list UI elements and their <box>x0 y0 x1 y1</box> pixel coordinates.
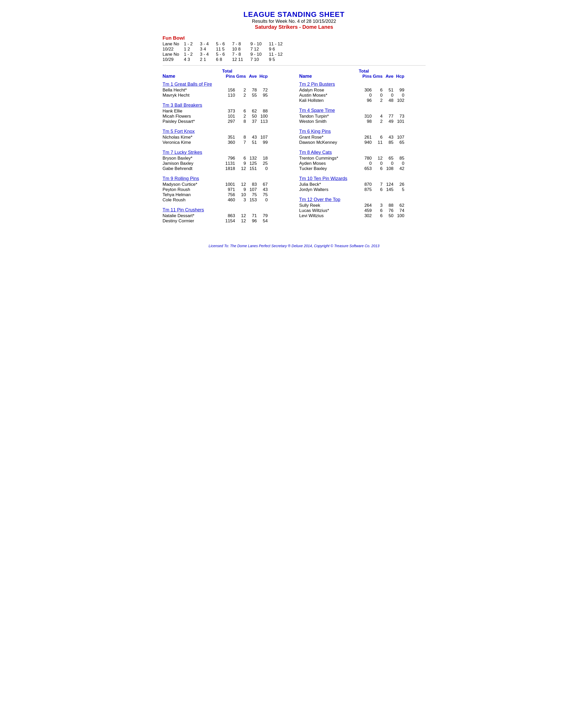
stat-value: 971 <box>222 187 235 192</box>
player-name: Lucas Wiltzius* <box>299 208 356 213</box>
stat-value: 79 <box>257 213 268 219</box>
gms-header-l: Gms <box>235 74 246 79</box>
player-row: Tucker Baxley653610842 <box>299 166 425 171</box>
stat-value: 99 <box>394 88 404 93</box>
player-row: Julia Beck*870712426 <box>299 182 425 187</box>
stat-value: 460 <box>222 198 235 203</box>
team-block-3: Tm 8 Alley CatsTrenton Cummings*78012658… <box>299 150 425 171</box>
stat-value: 62 <box>394 203 404 208</box>
player-stats: 87561455 <box>359 187 404 192</box>
stat-value: 85 <box>394 156 404 161</box>
player-name: Adalyn Rose <box>299 88 356 93</box>
stat-value: 26 <box>394 182 404 187</box>
lane-cell-r3-c2: 6 8 <box>216 57 232 62</box>
player-name: Nicholas Kime* <box>163 135 220 140</box>
player-row: Micah Flowers101250100 <box>163 114 289 119</box>
stat-value: 1818 <box>222 166 235 171</box>
stat-value: 6 <box>235 108 246 114</box>
stat-value: 48 <box>383 98 394 103</box>
stat-value: 124 <box>383 182 394 187</box>
stat-value: 3 <box>372 203 383 208</box>
stat-value: 51 <box>246 140 257 145</box>
team-block-1: Tm 3 Ball BreakersHank Ellie37366288Mica… <box>163 103 289 124</box>
stat-value: 0 <box>359 93 372 98</box>
team-name-3: Tm 8 Alley Cats <box>299 150 425 155</box>
right-stats-header: Pins Gms Ave Hcp <box>359 74 404 79</box>
player-stats: 1001128367 <box>222 182 268 187</box>
stat-value: 310 <box>359 114 372 119</box>
stat-value: 360 <box>222 140 235 145</box>
player-stats: 1131912525 <box>222 161 268 166</box>
player-stats: 31047773 <box>359 114 404 119</box>
player-stats: 297837113 <box>222 119 268 124</box>
lane-cell-r3-c3: 12 11 <box>232 57 251 62</box>
stat-value: 6 <box>372 88 383 93</box>
stat-value: 110 <box>222 93 235 98</box>
player-stats: 96248102 <box>359 98 404 103</box>
lane-cell-r1-c5: 9 6 <box>269 47 290 52</box>
stat-value: 373 <box>222 108 235 114</box>
player-row: Dawson McKenney940118565 <box>299 140 425 145</box>
lane-cell-r3-c5: 9 5 <box>269 57 290 62</box>
stat-value: 51 <box>383 88 394 93</box>
lane-cell-r0-c2: 5 - 6 <box>216 41 232 47</box>
league-name: Saturday Strikers - Dome Lanes <box>163 24 425 30</box>
player-name: Grant Rose* <box>299 135 356 140</box>
stat-value: 4 <box>372 114 383 119</box>
left-stats-header: Pins Gms Ave Hcp <box>222 74 268 79</box>
stat-value: 351 <box>222 135 235 140</box>
stat-value: 10 <box>235 192 246 198</box>
stat-value: 107 <box>257 135 268 140</box>
player-stats: 46031530 <box>222 198 268 203</box>
stat-value: 653 <box>359 166 372 171</box>
gms-header-r: Gms <box>372 74 383 79</box>
stat-value: 0 <box>257 166 268 171</box>
player-row: Trenton Cummings*780126585 <box>299 156 425 161</box>
team-block-0: Tm 2 Pin BustersAdalyn Rose30665199Austi… <box>299 82 425 103</box>
right-name-header: Name <box>299 74 356 79</box>
player-name: Sully Reek <box>299 203 356 208</box>
footer-text: Licensed To: The Dome Lanes Perfect Secr… <box>209 244 379 248</box>
player-row: Cole Roush46031530 <box>163 198 289 203</box>
team-name-5: Tm 12 Over the Top <box>299 197 425 202</box>
team-name-0: Tm 2 Pin Busters <box>299 82 425 87</box>
stat-value: 88 <box>383 203 394 208</box>
left-total-label: Total <box>222 69 268 74</box>
stat-value: 43 <box>246 135 257 140</box>
stat-value: 101 <box>222 114 235 119</box>
player-name: Cole Roush <box>163 198 220 203</box>
lane-cell-r0-c1: 3 - 4 <box>200 41 216 47</box>
team-name-5: Tm 11 Pin Crushers <box>163 207 289 213</box>
lane-cell-r1-c2: 11 5 <box>216 47 232 52</box>
player-name: Destiny Cormier <box>163 219 220 224</box>
player-stats: 971910743 <box>222 187 268 192</box>
player-name: Jamison Baxley <box>163 161 220 166</box>
stat-value: 72 <box>257 88 268 93</box>
player-stats: 1154129654 <box>222 219 268 224</box>
player-row: Mavryk Hecht11025595 <box>163 93 289 98</box>
stat-value: 65 <box>383 156 394 161</box>
player-stats: 37366288 <box>222 108 268 114</box>
stat-value: 261 <box>359 135 372 140</box>
player-stats: 15627872 <box>222 88 268 93</box>
player-stats: 870712426 <box>359 182 404 187</box>
player-row: Sully Reek26438862 <box>299 203 425 208</box>
player-row: Hank Ellie37366288 <box>163 108 289 114</box>
player-stats: 30665199 <box>359 88 404 93</box>
right-total-label: Total <box>359 69 404 74</box>
stat-value: 96 <box>246 219 257 224</box>
player-name: Kali Hollsten <box>299 98 356 103</box>
player-name: Veronica Kime <box>163 140 220 145</box>
stat-value: 74 <box>394 208 404 213</box>
team-name-0: Tm 1 Great Balls of Fire <box>163 82 289 87</box>
stat-value: 6 <box>235 156 246 161</box>
team-block-5: Tm 12 Over the TopSully Reek26438862Luca… <box>299 197 425 219</box>
player-name: Jordyn Walters <box>299 187 356 192</box>
stat-value: 0 <box>372 93 383 98</box>
player-row: Levi Wiltzius302650100 <box>299 213 425 219</box>
lane-cell-r0-c4: 9 - 10 <box>250 41 269 47</box>
stat-value: 73 <box>394 114 404 119</box>
player-stats: 796613218 <box>222 156 268 161</box>
player-stats: 26438862 <box>359 203 404 208</box>
stat-value: 107 <box>394 135 404 140</box>
